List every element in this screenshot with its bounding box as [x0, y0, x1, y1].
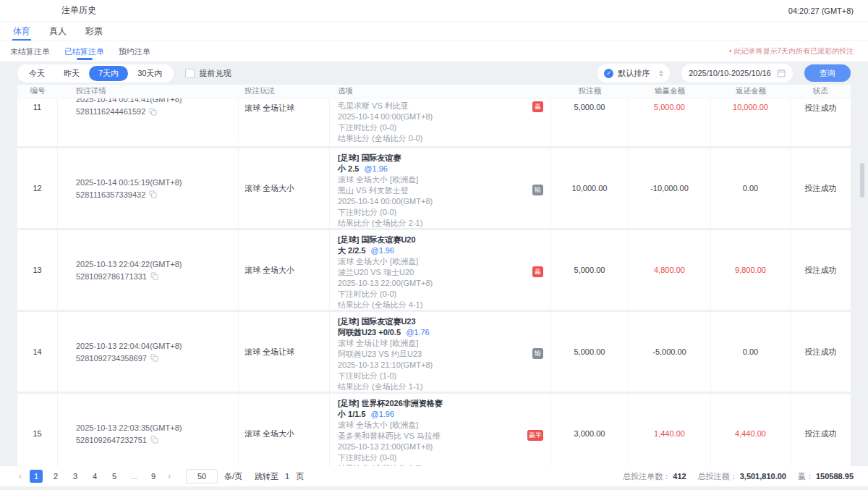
winloss-amount: 1,440.00 [629, 394, 711, 470]
subtab-unsettled[interactable]: 未结算注单 [10, 41, 50, 62]
odds: @1.96 [371, 246, 395, 255]
winloss-amount: 5,000.00 [629, 98, 711, 146]
table-header: 编号 投注详情 投注玩法 选项 投注额 输赢金额 返还金额 状态 [17, 85, 851, 98]
page-button[interactable]: 5 [108, 470, 121, 483]
bet-detail: 2025-10-14 00:14:41(GMT+8) 5281116244461… [58, 98, 239, 143]
tab-sports[interactable]: 体育 [13, 22, 30, 41]
bet-status: 投注成功 [791, 98, 851, 146]
col-number: 编号 [17, 86, 58, 96]
bet-number: 11 [17, 98, 58, 146]
subtab-reserved[interactable]: 预约注单 [119, 41, 150, 62]
jump-value[interactable]: 1 [285, 472, 289, 481]
range-30days[interactable]: 30天内 [128, 66, 171, 81]
pagination: ‹ 1 2 3 4 5 ... 9 › 条/页 跳转至 1 页 [17, 469, 304, 483]
bet-score: 下注时比分 (0-0) [338, 452, 550, 463]
bet-time: 2025-10-13 22:04:04(GMT+8) [76, 342, 238, 350]
page-button[interactable]: 1 [30, 470, 43, 483]
page-button[interactable]: 9 [147, 470, 160, 483]
result-score: 结果比分 (全场比分 0-0) [338, 133, 550, 144]
sort-label: 默认排序 [618, 68, 655, 79]
selection: 小 1/1.5 [338, 410, 366, 418]
bet-time: 2025-10-13 22:04:22(GMT+8) [76, 260, 238, 269]
bet-detail: 2025-10-14 00:15:19(GMT+8) 5281116357339… [58, 148, 239, 228]
payout-amount: 0.00 [711, 312, 791, 392]
date-range-group: 今天 昨天 7天内 30天内 [17, 64, 174, 83]
checkbox-icon[interactable] [185, 69, 195, 78]
match-time: 2025-10-13 21:10(GMT+8) [338, 360, 550, 371]
copy-icon[interactable] [149, 108, 157, 116]
bet-amount: 3,000.00 [551, 394, 629, 470]
bet-number: 14 [17, 312, 58, 392]
summary: 总投注单数： 412 总投注额： 3,501,810.00 赢： 150588.… [623, 471, 854, 482]
bet-play: 滚球 全场大小 [239, 148, 330, 228]
table-row: 14 2025-10-13 22:04:04(GMT+8) 5281092734… [17, 310, 851, 392]
result-score: 结果比分 (全场比分 4-1) [338, 300, 550, 311]
range-7days[interactable]: 7天内 [89, 66, 128, 81]
bet-amount: 5,000.00 [551, 98, 629, 146]
page-ellipsis[interactable]: ... [127, 470, 140, 483]
odds: @1.96 [371, 410, 395, 418]
early-cashout-checkbox[interactable]: 提前兑现 [185, 68, 231, 79]
copy-icon[interactable] [150, 436, 158, 444]
result-badge: 输 [532, 348, 543, 359]
tab-live[interactable]: 真人 [49, 22, 67, 41]
teams: 黑山 VS 列支敦士登 [338, 185, 550, 196]
market: 滚球 全场大小 [欧洲盘] [338, 420, 550, 431]
teams: 圣多美和普林西比 VS 马拉维 [338, 431, 550, 442]
page-unit-label: 页 [296, 471, 304, 482]
bet-detail: 2025-10-13 22:04:04(GMT+8) 5281092734358… [58, 312, 239, 392]
per-page-label: 条/页 [224, 471, 242, 482]
page-button[interactable]: 2 [49, 470, 62, 483]
bet-option: [足球] 世界杯2026非洲资格赛 小 1/1.5@1.96 滚球 全场大小 [… [330, 394, 551, 470]
bet-id: 5281092647232751 [76, 436, 147, 444]
total-count-label: 总投注单数： [623, 472, 671, 481]
match-time: 2025-10-14 00:00(GMT+8) [338, 196, 550, 207]
bet-score: 下注时比分 (0-0) [338, 207, 550, 218]
next-page-button[interactable]: › [166, 471, 172, 481]
filter-bar: 今天 昨天 7天内 30天内 提前兑现 ✓ 默认排序 2025/10/10-20… [0, 62, 868, 85]
selection: 小 2.5 [338, 164, 359, 173]
match-time: 2025-10-14 00:00(GMT+8) [338, 111, 550, 122]
copy-icon[interactable] [150, 272, 158, 280]
col-amount: 投注额 [551, 86, 629, 96]
bet-detail: 2025-10-13 22:03:35(GMT+8) 5281092647232… [58, 394, 239, 470]
league: [足球] 国际友谊赛U23 [338, 316, 550, 327]
bet-option: [足球] 国际友谊赛U20 大 2/2.5@1.96 滚球 全场大小 [欧洲盘]… [330, 230, 551, 310]
tab-lottery[interactable]: 彩票 [85, 22, 103, 41]
bet-option: [足球] 国际友谊赛U23 阿联酋U23 +0/0.5@1.76 滚球 全场让球… [330, 312, 551, 392]
page-title: 注单历史 [61, 4, 96, 17]
table-row: 11 2025-10-14 00:14:41(GMT+8) 5281116244… [17, 98, 851, 146]
page-button[interactable]: 4 [88, 470, 101, 483]
sort-select[interactable]: ✓ 默认排序 [597, 64, 670, 83]
range-yesterday[interactable]: 昨天 [54, 66, 89, 81]
bet-score: 下注时比分 (1-0) [338, 371, 550, 381]
result-badge: 赢 [532, 101, 543, 112]
table-row: 13 2025-10-13 22:04:22(GMT+8) 5281092786… [17, 228, 851, 310]
subtab-settled[interactable]: 已结算注单 [64, 41, 104, 62]
odds: @1.96 [364, 164, 388, 173]
vertical-scrollbar[interactable] [860, 163, 864, 198]
payout-amount: 9,800.00 [711, 230, 791, 310]
bet-id: 5281092786171331 [76, 272, 147, 281]
prev-page-button[interactable]: ‹ [17, 471, 23, 481]
calendar-icon [777, 69, 786, 77]
bet-amount: 5,000.00 [551, 230, 629, 310]
page-button[interactable]: 3 [69, 470, 82, 483]
total-amount-label: 总投注额： [698, 472, 738, 481]
bet-number: 13 [17, 230, 58, 310]
range-today[interactable]: 今天 [20, 66, 54, 81]
bet-status: 投注成功 [791, 312, 851, 392]
payout-amount: 10,000.00 [711, 98, 791, 146]
bet-option: [足球] 国际友谊赛 小 2.5@1.96 滚球 全场大小 [欧洲盘] 黑山 V… [330, 148, 551, 228]
date-range-picker[interactable]: 2025/10/10-2025/10/16 [681, 64, 793, 83]
copy-icon[interactable] [150, 354, 158, 362]
selection: 大 2/2.5 [338, 246, 366, 255]
bet-id: 5281116244461592 [76, 107, 145, 116]
bet-detail: 2025-10-13 22:04:22(GMT+8) 5281092786171… [58, 230, 239, 310]
col-option: 选项 [330, 86, 551, 96]
copy-icon[interactable] [149, 190, 157, 198]
col-winloss: 输赢金额 [629, 86, 711, 96]
page-size-input[interactable] [186, 469, 218, 483]
search-button[interactable]: 查询 [804, 64, 851, 82]
bet-time: 2025-10-14 00:15:19(GMT+8) [76, 178, 238, 187]
